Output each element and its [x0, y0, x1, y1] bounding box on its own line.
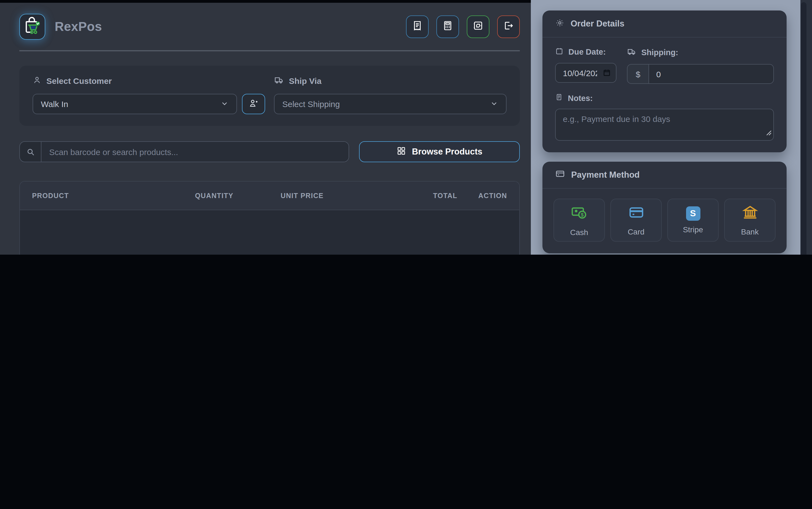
- shipping-select-value: Select Shipping: [282, 99, 340, 109]
- invoices-button[interactable]: [406, 15, 429, 38]
- ship-via-label: Ship Via: [274, 75, 506, 87]
- search-input[interactable]: [41, 142, 348, 162]
- shipping-select[interactable]: Select Shipping: [274, 94, 506, 114]
- logout-icon: [503, 20, 514, 33]
- product-search-row: Browse Products: [19, 141, 520, 162]
- due-date-field: Due Date:: [555, 47, 617, 84]
- vault-icon: [472, 20, 484, 33]
- invoice-table-header: PRODUCT QUANTITY UNIT PRICE TOTAL ACTION: [20, 181, 519, 210]
- currency-prefix: $: [627, 64, 649, 84]
- shipping-label: Shipping:: [627, 47, 774, 58]
- date-picker-icon[interactable]: [603, 68, 611, 79]
- grid-icon: [397, 146, 406, 158]
- column-unit-price: UNIT PRICE: [281, 192, 391, 200]
- svg-text:$: $: [581, 212, 583, 218]
- payment-method-title: Payment Method: [571, 170, 639, 180]
- invoice-table: PRODUCT QUANTITY UNIT PRICE TOTAL ACTION: [19, 181, 520, 254]
- search-box: [19, 141, 349, 162]
- notes-label: Notes:: [555, 93, 774, 103]
- payment-option-label: Cash: [570, 228, 588, 237]
- invoice-empty-state: Your invoice is empty Use the search bar…: [20, 210, 519, 254]
- shipping-field: Shipping: $: [627, 47, 774, 84]
- customer-shipping-card: Select Customer Ship Via: [19, 66, 520, 126]
- card-icon: [628, 204, 644, 223]
- column-action: ACTION: [457, 192, 507, 200]
- checkout-panel: Order Details Due Date:: [531, 0, 812, 254]
- search-icon: [20, 142, 41, 162]
- calculator-button[interactable]: [436, 15, 459, 38]
- payment-option-label: Bank: [741, 227, 759, 236]
- select-customer-label: Select Customer: [33, 75, 265, 87]
- scrollbar-thumb[interactable]: [801, 2, 807, 254]
- chevron-down-icon: [220, 99, 229, 109]
- gear-icon: [555, 18, 565, 30]
- header-toolbar: [406, 15, 520, 38]
- truck-icon: [274, 75, 284, 87]
- scrollbar-track[interactable]: [801, 0, 812, 254]
- customer-select[interactable]: Walk In: [33, 94, 237, 114]
- due-date-label: Due Date:: [555, 47, 617, 57]
- user-plus-icon: [249, 98, 258, 110]
- payment-option-bank[interactable]: Bank: [724, 199, 776, 242]
- calculator-icon: [442, 20, 454, 33]
- note-icon: [555, 93, 563, 103]
- order-details-card: Order Details Due Date:: [542, 10, 787, 152]
- vault-button[interactable]: [467, 15, 490, 38]
- payment-option-label: Stripe: [683, 225, 703, 234]
- payment-option-cash[interactable]: $ Cash: [554, 199, 605, 242]
- bank-icon: [742, 204, 758, 223]
- calendar-icon: [555, 47, 563, 57]
- truck-icon: [627, 47, 636, 58]
- app-title: RexPos: [55, 19, 102, 34]
- chevron-down-icon: [490, 99, 498, 109]
- browse-products-button[interactable]: Browse Products: [359, 141, 520, 162]
- receipt-icon: [411, 20, 423, 33]
- cash-icon: $: [570, 204, 588, 224]
- stripe-icon: S: [686, 206, 700, 221]
- order-details-title: Order Details: [571, 19, 624, 29]
- order-details-header: Order Details: [542, 10, 787, 37]
- payment-method-card: Payment Method $ Cash: [542, 162, 787, 253]
- app-logo: [19, 13, 45, 39]
- column-quantity: QUANTITY: [195, 192, 281, 200]
- window-top-edge: [0, 0, 531, 3]
- payment-option-label: Card: [628, 227, 645, 236]
- add-customer-button[interactable]: [242, 94, 265, 114]
- column-total: TOTAL: [391, 192, 457, 200]
- logout-button[interactable]: [497, 15, 520, 38]
- payment-option-stripe[interactable]: S Stripe: [667, 199, 719, 242]
- payment-option-card[interactable]: Card: [611, 199, 662, 242]
- shipping-cost-input[interactable]: [649, 64, 774, 84]
- main-area: RexPos: [0, 0, 531, 254]
- customer-select-value: Walk In: [41, 99, 68, 109]
- app-header: RexPos: [19, 3, 520, 51]
- pos-app: RexPos: [0, 0, 812, 254]
- resize-handle[interactable]: [766, 128, 772, 138]
- payment-method-header: Payment Method: [542, 162, 787, 189]
- notes-textarea[interactable]: [555, 109, 774, 141]
- column-product: PRODUCT: [32, 192, 195, 200]
- person-icon: [33, 76, 41, 86]
- credit-card-icon: [555, 169, 565, 181]
- shopping-bag-cart-icon: [22, 15, 43, 38]
